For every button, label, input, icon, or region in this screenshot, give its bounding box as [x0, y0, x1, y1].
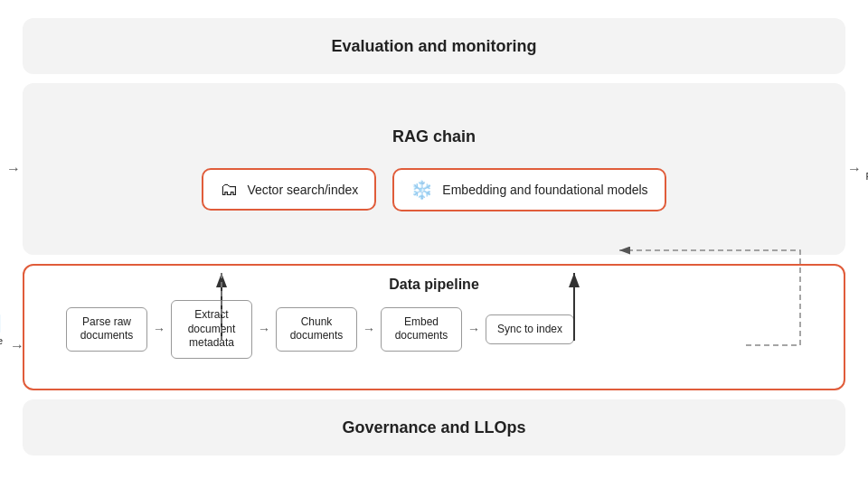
enterprise-label: Enterprise data [0, 335, 3, 357]
data-pipeline-panel: Data pipeline Parse raw documents → Extr… [23, 264, 845, 390]
step-extract: Extract document metadata [171, 300, 252, 359]
governance-panel: Governance and LLOps [23, 399, 845, 455]
step-chunk: Chunk documents [276, 307, 357, 352]
arrow-1: → [153, 322, 165, 336]
eval-label: Evaluation and monitoring [331, 37, 536, 56]
enterprise-arrow: → [10, 338, 24, 354]
user-arrow: → [6, 161, 21, 177]
rag-title: RAG chain [41, 127, 827, 146]
step-sync: Sync to index [486, 314, 574, 345]
layers-icon: 🗂 [220, 179, 238, 200]
data-section: Data pipeline Parse raw documents → Extr… [23, 264, 845, 390]
rag-panel: RAG chain 🗂 Vector search/index ❄️ Embed… [23, 83, 845, 255]
governance-label: Governance and LLOps [342, 418, 525, 437]
rag-section: RAG chain 🗂 Vector search/index ❄️ Embed… [23, 83, 845, 255]
arrow-4: → [467, 322, 480, 336]
embedding-box: ❄️ Embedding and foundational models [392, 168, 665, 211]
arrow-2: → [258, 322, 270, 336]
enterprise-data: 🗃📄 Enterprise data [0, 310, 3, 357]
vector-search-box: 🗂 Vector search/index [202, 168, 376, 211]
pipeline-steps: Parse raw documents → Extract document m… [66, 300, 574, 359]
main-diagram: Evaluation and monitoring RAG chain 🗂 Ve… [14, 9, 854, 479]
snowflake-icon: ❄️ [410, 179, 433, 201]
vector-search-label: Vector search/index [247, 183, 358, 197]
data-pipeline-title: Data pipeline [39, 277, 829, 293]
step-parse: Parse raw documents [66, 307, 147, 352]
enterprise-icon: 🗃📄 [0, 310, 3, 333]
embedding-label: Embedding and foundational models [442, 183, 647, 197]
step-embed: Embed documents [381, 307, 462, 352]
rag-inner: 🗂 Vector search/index ❄️ Embedding and f… [41, 168, 827, 211]
arrow-3: → [363, 322, 375, 336]
eval-panel: Evaluation and monitoring [23, 18, 845, 74]
response-arrow: → [847, 161, 862, 177]
